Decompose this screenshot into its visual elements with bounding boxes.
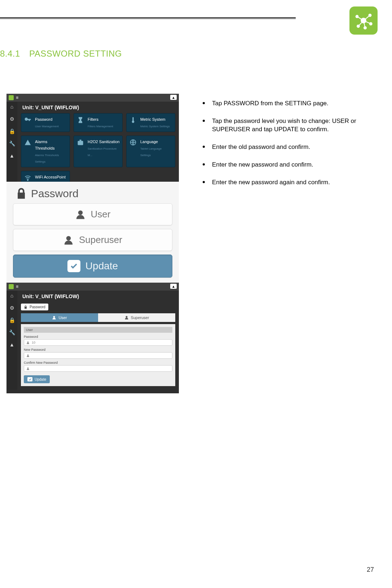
screenshot-settings-tiles: ≡ ▲ ⌂ ⚙ 🔒 🔧 ▲ Unit: V_UNIT (WIFLOW) bbox=[6, 94, 179, 182]
tile-sub: Tablet Language Settings bbox=[140, 147, 162, 157]
thermometer-icon bbox=[129, 116, 137, 124]
row-user-label: User bbox=[91, 209, 111, 220]
check-badge bbox=[67, 260, 80, 272]
alert-icon[interactable]: ▲ bbox=[9, 153, 14, 159]
gears-icon[interactable]: ⚙ bbox=[10, 305, 14, 311]
tile-alarms[interactable]: Alarms ThresholdsAlarms Thresholds Setti… bbox=[21, 136, 70, 167]
instruction-item: Enter the new password again and confirm… bbox=[198, 178, 376, 187]
key-icon bbox=[23, 116, 32, 124]
instruction-item: Tap the password level you wish to chang… bbox=[198, 117, 376, 134]
input-password[interactable]: 10 bbox=[24, 339, 172, 346]
svg-rect-11 bbox=[78, 141, 83, 145]
app-topbar: ≡ ▲ bbox=[6, 94, 179, 102]
input-new-password[interactable] bbox=[24, 352, 172, 359]
input-confirm-password[interactable] bbox=[24, 365, 172, 372]
screenshot-password-form: ≡ ▲ ⌂ ⚙ 🔒 🔧 ▲ Unit: V_UNIT (WIFLOW) bbox=[6, 283, 179, 393]
globe-icon bbox=[129, 138, 137, 147]
svg-point-20 bbox=[27, 354, 29, 356]
alarm-triangle-icon bbox=[23, 138, 32, 147]
svg-point-18 bbox=[125, 316, 127, 318]
home-icon[interactable]: ⌂ bbox=[10, 293, 13, 299]
check-icon bbox=[28, 378, 32, 381]
row-superuser[interactable]: Superuser bbox=[13, 229, 172, 251]
password-header-text: Password bbox=[31, 187, 79, 200]
wifi-icon bbox=[23, 173, 32, 182]
password-panel-header: Password bbox=[15, 187, 179, 200]
warning-icon[interactable]: ▲ bbox=[170, 284, 177, 289]
tile-language[interactable]: LanguageTablet Language Settings bbox=[126, 136, 175, 167]
breadcrumb-password[interactable]: Password bbox=[21, 304, 48, 310]
tile-title: Password bbox=[35, 117, 52, 121]
svg-rect-12 bbox=[80, 140, 82, 141]
unit-title-text: Unit: V_UNIT (WIFLOW) bbox=[22, 293, 79, 299]
tile-h2o2[interactable]: H2O2 SanitizationSanitization Procedure … bbox=[74, 136, 123, 167]
update-button[interactable]: Update bbox=[24, 375, 50, 383]
tab-user[interactable]: User bbox=[21, 313, 98, 322]
side-nav: ⌂ ⚙ 🔒 🔧 ▲ bbox=[6, 291, 17, 390]
row-user[interactable]: User bbox=[13, 203, 172, 225]
unit-title: Unit: V_UNIT (WIFLOW) bbox=[22, 293, 175, 299]
tile-title: Metric System bbox=[140, 117, 166, 121]
page-number: 27 bbox=[367, 566, 374, 574]
tile-sub: User Management bbox=[35, 125, 59, 128]
unit-title: Unit: V_UNIT (WIFLOW) bbox=[22, 105, 175, 110]
label-new-password: New Password bbox=[24, 348, 172, 352]
screenshot-password-panel: Password User Superuser Update bbox=[6, 182, 179, 283]
header-rule-thin bbox=[0, 19, 296, 19]
wrench-icon[interactable]: 🔧 bbox=[9, 141, 15, 146]
gears-icon[interactable]: ⚙ bbox=[10, 116, 14, 122]
user-icon bbox=[63, 235, 74, 246]
lock-icon[interactable]: 🔒 bbox=[9, 317, 15, 323]
menu-icon[interactable]: ≡ bbox=[16, 95, 18, 100]
svg-point-21 bbox=[27, 367, 29, 369]
tile-title: Alarms Thresholds bbox=[35, 140, 54, 150]
medkit-icon bbox=[76, 138, 85, 147]
tab-superuser-label: Superuser bbox=[131, 315, 149, 320]
input-password-value: 10 bbox=[32, 341, 35, 344]
tile-sub: Alarms Thresholds Settings bbox=[35, 154, 59, 163]
check-badge bbox=[27, 377, 32, 381]
screenshots-column: ≡ ▲ ⌂ ⚙ 🔒 🔧 ▲ Unit: V_UNIT (WIFLOW) bbox=[6, 94, 179, 393]
tile-filters[interactable]: FiltersFilters Management bbox=[74, 113, 123, 132]
label-password: Password bbox=[24, 335, 172, 339]
hourglass-icon bbox=[76, 116, 85, 124]
tile-sub: Filters Management bbox=[88, 125, 113, 128]
instructions-list: Tap PASSWORD from the SETTING page. Tap … bbox=[198, 100, 376, 187]
brand-badge bbox=[349, 6, 378, 35]
tile-sub: Metric System Settings bbox=[140, 125, 170, 128]
svg-point-17 bbox=[53, 316, 55, 318]
breadcrumb-label: Password bbox=[30, 305, 45, 309]
lock-icon[interactable]: 🔒 bbox=[9, 128, 15, 134]
password-form: User Password 10 New Password Confirm Ne… bbox=[21, 324, 175, 386]
user-icon bbox=[52, 315, 56, 320]
tile-metric[interactable]: Metric SystemMetric System Settings bbox=[126, 113, 175, 132]
wrench-icon[interactable]: 🔧 bbox=[9, 330, 15, 335]
user-icon bbox=[26, 341, 30, 344]
content-row: ≡ ▲ ⌂ ⚙ 🔒 🔧 ▲ Unit: V_UNIT (WIFLOW) bbox=[6, 94, 376, 393]
label-confirm-password: Confirm New Password bbox=[24, 361, 172, 364]
alert-icon[interactable]: ▲ bbox=[9, 342, 14, 348]
row-update[interactable]: Update bbox=[13, 255, 172, 278]
section-heading: 8.4.1 PASSWORD SETTING bbox=[0, 49, 122, 59]
tile-title: Language bbox=[140, 140, 158, 144]
user-icon bbox=[26, 354, 30, 357]
row-update-label: Update bbox=[85, 260, 118, 272]
lock-icon bbox=[24, 305, 27, 309]
header-rule-thick bbox=[0, 17, 296, 18]
tile-password[interactable]: PasswordUser Management bbox=[21, 113, 70, 132]
update-button-label: Update bbox=[35, 377, 46, 381]
svg-point-14 bbox=[27, 180, 28, 181]
svg-point-15 bbox=[78, 210, 83, 215]
app-logo-icon bbox=[9, 95, 14, 100]
home-icon[interactable]: ⌂ bbox=[10, 104, 13, 110]
instruction-item: Tap PASSWORD from the SETTING page. bbox=[198, 100, 376, 108]
instruction-item: Enter the new password and confirm. bbox=[198, 161, 376, 169]
tab-superuser[interactable]: Superuser bbox=[98, 313, 175, 322]
svg-point-19 bbox=[27, 341, 29, 343]
tile-title: WiFi AccessPoint bbox=[35, 175, 66, 179]
warning-icon[interactable]: ▲ bbox=[170, 95, 177, 100]
app-topbar: ≡ ▲ bbox=[6, 283, 179, 291]
menu-icon[interactable]: ≡ bbox=[16, 284, 18, 289]
user-icon bbox=[26, 367, 30, 370]
unit-title-text: Unit: V_UNIT (WIFLOW) bbox=[22, 105, 79, 110]
